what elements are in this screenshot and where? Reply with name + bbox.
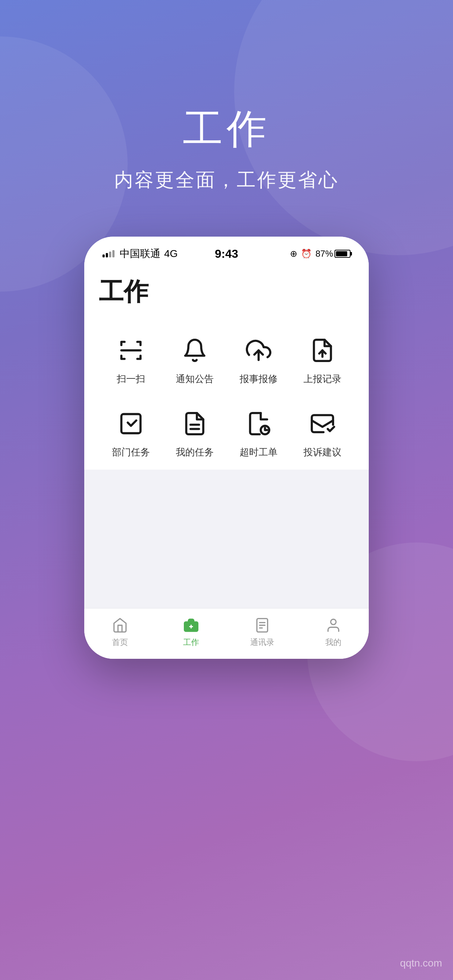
bottom-navigation: 首页 工作 (84, 608, 369, 659)
complaint-label: 投诉建议 (303, 446, 341, 459)
work-nav-icon (182, 616, 201, 635)
upload-icon (242, 334, 275, 367)
icon-item-scan[interactable]: 扫一扫 (99, 323, 163, 396)
file-upload-icon (306, 334, 339, 367)
hero-section: 工作 内容更全面，工作更省心 (114, 102, 339, 193)
phone-mockup: 中国联通 4G 9:43 ⊕ ⏰ 87% 工作 (84, 237, 369, 659)
app-title: 工作 (99, 275, 354, 309)
icon-item-my-task[interactable]: 我的任务 (163, 396, 226, 469)
file-inbox-icon (306, 407, 339, 440)
overtime-label: 超时工单 (239, 446, 278, 459)
icon-item-record[interactable]: 上报记录 (290, 323, 354, 396)
signal-icon (102, 250, 115, 258)
report-label: 报事报修 (239, 372, 278, 385)
icon-grid: 扫一扫 通知公告 (99, 323, 354, 469)
home-nav-icon (110, 616, 129, 635)
svg-point-14 (330, 619, 336, 625)
network-type: 4G (164, 248, 178, 259)
work-nav-label: 工作 (183, 637, 199, 648)
dept-task-label: 部门任务 (112, 446, 150, 459)
lock-icon: ⊕ (290, 249, 297, 259)
watermark: qqtn.com (400, 958, 442, 969)
home-nav-label: 首页 (112, 637, 128, 648)
nav-item-work[interactable]: 工作 (169, 616, 213, 648)
scan-label: 扫一扫 (117, 372, 145, 385)
phone-frame: 中国联通 4G 9:43 ⊕ ⏰ 87% 工作 (84, 237, 369, 659)
mine-nav-icon (324, 616, 343, 635)
content-placeholder (84, 469, 369, 608)
record-label: 上报记录 (303, 372, 341, 385)
alarm-icon: ⏰ (301, 249, 312, 259)
status-time: 9:43 (215, 247, 238, 261)
contacts-nav-label: 通讯录 (250, 637, 274, 648)
battery-fill (336, 251, 347, 256)
icon-item-report[interactable]: 报事报修 (226, 323, 290, 396)
hero-subtitle: 内容更全面，工作更省心 (114, 167, 339, 193)
hero-title: 工作 (114, 102, 339, 156)
contacts-nav-icon (253, 616, 272, 635)
mine-nav-label: 我的 (325, 637, 341, 648)
my-task-label: 我的任务 (176, 446, 214, 459)
icon-item-complaint[interactable]: 投诉建议 (290, 396, 354, 469)
file-clock-icon (242, 407, 275, 440)
svg-rect-3 (121, 414, 140, 433)
icon-item-overtime[interactable]: 超时工单 (226, 396, 290, 469)
notice-label: 通知公告 (176, 372, 214, 385)
scan-icon (115, 334, 147, 367)
nav-item-contacts[interactable]: 通讯录 (240, 616, 284, 648)
status-right-icons: ⊕ ⏰ 87% (290, 249, 351, 259)
nav-item-mine[interactable]: 我的 (311, 616, 355, 648)
icon-item-dept-task[interactable]: 部门任务 (99, 396, 163, 469)
check-box-icon (115, 407, 147, 440)
bell-icon (179, 334, 211, 367)
carrier-info: 中国联通 4G (102, 247, 178, 261)
icon-item-notice[interactable]: 通知公告 (163, 323, 226, 396)
battery-percent: 87% (316, 249, 333, 259)
nav-item-home[interactable]: 首页 (98, 616, 142, 648)
battery-indicator: 87% (316, 249, 351, 259)
app-content: 工作 扫一扫 (84, 264, 369, 469)
carrier-name: 中国联通 (120, 247, 161, 261)
file-list-icon (179, 407, 211, 440)
status-bar: 中国联通 4G 9:43 ⊕ ⏰ 87% (84, 237, 369, 264)
battery-icon (335, 250, 351, 258)
